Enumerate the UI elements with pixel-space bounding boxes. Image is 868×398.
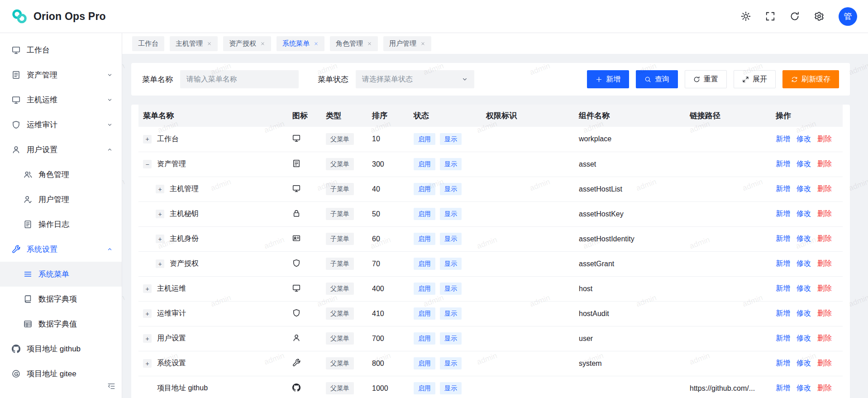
row-add-link[interactable]: 新增 [776, 384, 790, 392]
row-expander[interactable]: + [156, 210, 164, 218]
watermark-text: admin [848, 177, 868, 193]
component-cell: host [574, 276, 685, 301]
row-edit-link[interactable]: 修改 [796, 384, 811, 392]
sidebar-item-user-manage[interactable]: 用户管理 [0, 187, 122, 212]
row-expander[interactable]: + [143, 284, 152, 293]
row-edit-link[interactable]: 修改 [796, 235, 811, 242]
row-add-link[interactable]: 新增 [776, 235, 790, 242]
reset-button[interactable]: 重置 [685, 70, 727, 88]
row-delete-link[interactable]: 删除 [817, 185, 832, 192]
link-cell [685, 251, 771, 276]
row-delete-link[interactable]: 删除 [817, 235, 832, 242]
type-badge: 父菜单 [326, 158, 354, 170]
row-expander[interactable]: − [143, 160, 152, 168]
search-button[interactable]: 查询 [636, 70, 678, 88]
tab-host-manage[interactable]: 主机管理 [170, 36, 218, 51]
status-badge: 显示 [440, 233, 462, 245]
tab-role-manage[interactable]: 角色管理 [330, 36, 378, 51]
expand-button[interactable]: 展开 [734, 70, 776, 88]
tab-asset-grant[interactable]: 资产授权 [223, 36, 271, 51]
sidebar-item-gitee[interactable]: 项目地址 gitee [0, 361, 122, 386]
row-edit-link[interactable]: 修改 [796, 210, 811, 217]
row-add-link[interactable]: 新增 [776, 210, 790, 217]
sidebar-item-label: 数据字典项 [38, 294, 113, 304]
row-delete-link[interactable]: 删除 [817, 384, 832, 392]
row-add-link[interactable]: 新增 [776, 284, 790, 292]
sidebar-item-op-log[interactable]: 操作日志 [0, 212, 122, 237]
row-edit-link[interactable]: 修改 [796, 160, 811, 168]
sidebar-item-label: 系统设置 [27, 244, 100, 254]
sidebar-item-system-menu[interactable]: 系统菜单 [0, 262, 122, 287]
sidebar-item-label: 主机运维 [27, 95, 100, 105]
sidebar-item-user-settings[interactable]: 用户设置 [0, 137, 122, 162]
row-delete-link[interactable]: 删除 [817, 259, 832, 267]
tab-workbench[interactable]: 工作台 [132, 36, 164, 51]
row-add-link[interactable]: 新增 [776, 135, 790, 143]
menu-name-input[interactable] [180, 70, 299, 88]
sidebar-item-label: 资产管理 [27, 70, 100, 80]
close-icon[interactable] [260, 41, 265, 46]
status-badge: 显示 [440, 357, 462, 369]
row-add-link[interactable]: 新增 [776, 259, 790, 267]
chevron-up-icon [107, 246, 113, 252]
row-expander[interactable]: + [156, 235, 164, 243]
close-icon[interactable] [367, 41, 372, 46]
refresh-cache-button[interactable]: 刷新缓存 [782, 70, 839, 88]
theme-toggle-button[interactable] [741, 11, 751, 21]
row-delete-link[interactable]: 删除 [817, 359, 832, 367]
row-add-link[interactable]: 新增 [776, 309, 790, 317]
refresh-button[interactable] [790, 11, 800, 21]
tab-system-menu[interactable]: 系统菜单 [277, 36, 324, 51]
row-edit-link[interactable]: 修改 [796, 284, 811, 292]
row-add-link[interactable]: 新增 [776, 334, 790, 342]
row-add-link[interactable]: 新增 [776, 185, 790, 192]
sidebar-item-asset-manage[interactable]: 资产管理 [0, 62, 122, 87]
fullscreen-icon [765, 11, 775, 21]
chevron-up-icon [107, 147, 113, 153]
close-icon[interactable] [314, 41, 319, 46]
menu-status-select[interactable]: 请选择菜单状态 [356, 70, 474, 88]
sidebar-item-dict-value[interactable]: 数据字典值 [0, 312, 122, 336]
sidebar-item-system-settings[interactable]: 系统设置 [0, 237, 122, 262]
row-delete-link[interactable]: 删除 [817, 160, 832, 168]
close-icon[interactable] [207, 41, 212, 46]
tab-user-manage[interactable]: 用户管理 [383, 36, 431, 51]
row-expander[interactable]: + [156, 185, 164, 193]
sidebar-item-github[interactable]: 项目地址 github [0, 336, 122, 361]
sidebar-item-workbench[interactable]: 工作台 [0, 38, 122, 62]
row-delete-link[interactable]: 删除 [817, 135, 832, 143]
row-expander[interactable]: + [156, 259, 164, 268]
row-edit-link[interactable]: 修改 [796, 259, 811, 267]
row-edit-link[interactable]: 修改 [796, 334, 811, 342]
row-actions: 新增修改删除 [771, 301, 843, 326]
row-edit-link[interactable]: 修改 [796, 309, 811, 317]
row-edit-link[interactable]: 修改 [796, 185, 811, 192]
row-expander[interactable]: + [143, 309, 152, 318]
fullscreen-button[interactable] [765, 11, 775, 21]
row-expander[interactable]: + [143, 359, 152, 368]
row-delete-link[interactable]: 删除 [817, 309, 832, 317]
row-add-link[interactable]: 新增 [776, 160, 790, 168]
brand[interactable]: Orion Ops Pro [11, 8, 106, 25]
sidebar-item-dict-item[interactable]: 数据字典项 [0, 287, 122, 312]
settings-button[interactable] [814, 11, 824, 21]
list-icon [12, 71, 20, 79]
status-badge: 启用 [414, 258, 435, 269]
row-edit-link[interactable]: 修改 [796, 359, 811, 367]
status-badge: 启用 [414, 332, 435, 344]
row-delete-link[interactable]: 删除 [817, 210, 832, 217]
row-expander[interactable]: + [143, 135, 152, 144]
sidebar-item-host-ops[interactable]: 主机运维 [0, 87, 122, 112]
sidebar-item-role-manage[interactable]: 角色管理 [0, 162, 122, 187]
add-button[interactable]: 新增 [587, 70, 629, 88]
row-edit-link[interactable]: 修改 [796, 135, 811, 143]
row-delete-link[interactable]: 删除 [817, 284, 832, 292]
user-avatar[interactable]: 管 [839, 7, 857, 26]
row-expander[interactable]: + [143, 334, 152, 343]
sidebar-collapse-button[interactable] [107, 382, 115, 393]
close-icon[interactable] [420, 41, 425, 46]
sort-cell: 400 [367, 276, 409, 301]
sidebar-item-ops-audit[interactable]: 运维审计 [0, 112, 122, 137]
row-add-link[interactable]: 新增 [776, 359, 790, 367]
row-delete-link[interactable]: 删除 [817, 334, 832, 342]
